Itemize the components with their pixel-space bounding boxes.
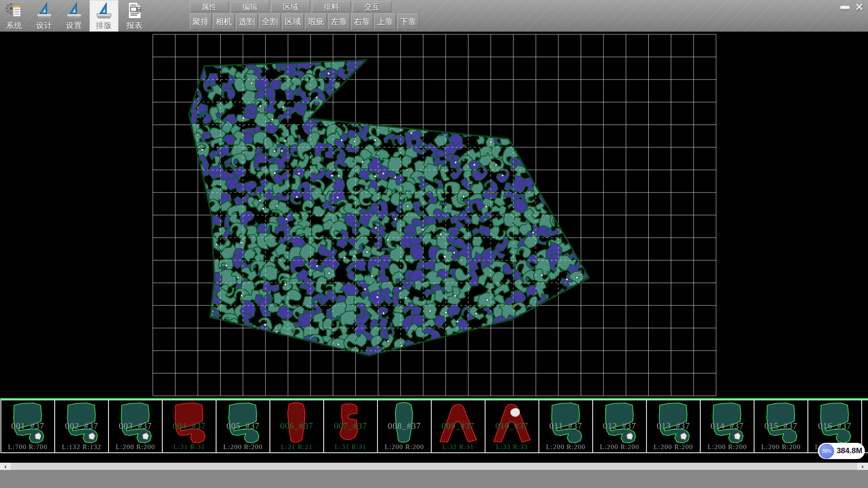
tool-button-label: 排版 — [90, 20, 118, 31]
action-button-区域[interactable]: 区域 — [282, 14, 304, 29]
part-thumbnail[interactable]: 006_#37L:21 R:21 — [270, 399, 324, 453]
piece-origin-marker — [182, 250, 185, 254]
menu-tab-属性[interactable]: 属性 — [190, 1, 229, 12]
part-name: 004_#37 — [163, 421, 216, 431]
part-thumbnail[interactable]: 010_#37L:33 R:33 — [486, 399, 539, 453]
report-document-icon — [125, 1, 144, 20]
scroll-right-button[interactable]: › — [857, 463, 868, 470]
piece-origin-marker — [574, 286, 578, 290]
part-lr-count: L:200 R:200 — [539, 443, 592, 451]
part-thumbnail[interactable]: 013_#37L:200 R:200 — [647, 399, 701, 453]
part-thumbnail[interactable]: 007_#37L:31 R:31 — [324, 399, 378, 453]
part-lr-count: L:200 R:200 — [593, 443, 646, 451]
part-name: 016_#37 — [808, 421, 861, 431]
part-thumbnail[interactable]: 005_#37L:200 R:200 — [217, 399, 270, 453]
action-button-下靠[interactable]: 下靠 — [397, 14, 419, 29]
part-thumbnail[interactable]: 014_#37L:200 R:200 — [701, 399, 755, 453]
piece-origin-marker — [476, 331, 480, 335]
main-canvas[interactable] — [0, 32, 868, 398]
piece-origin-marker — [385, 47, 388, 50]
system-gear-icon — [5, 1, 24, 20]
status-badge: 38% 384.8M — [818, 443, 865, 459]
menu-tab-区域[interactable]: 区域 — [271, 1, 310, 12]
piece-origin-marker — [488, 129, 492, 133]
tool-button-排版[interactable]: 排版 — [90, 0, 118, 32]
part-name: 003_#37 — [109, 421, 162, 431]
part-name: 002_#37 — [55, 421, 108, 431]
nesting-canvas[interactable] — [0, 32, 868, 398]
piece-origin-marker — [586, 164, 590, 168]
action-button-右靠[interactable]: 右靠 — [351, 14, 373, 29]
piece-origin-marker — [207, 284, 210, 287]
close-button[interactable]: ✕ — [853, 1, 866, 13]
parts-strip: 001_#37L:700 R:700002_#37L:132 R:132003_… — [0, 398, 868, 453]
piece-origin-marker — [224, 60, 228, 64]
part-thumbnail-list: 001_#37L:700 R:700002_#37L:132 R:132003_… — [0, 399, 868, 453]
piece-origin-marker — [557, 52, 561, 56]
horizontal-scrollbar[interactable]: ‹ › — [0, 463, 868, 470]
piece-origin-marker — [226, 343, 229, 346]
part-name: 015_#37 — [755, 421, 807, 431]
piece-origin-marker — [586, 136, 590, 141]
piece-origin-marker — [192, 195, 196, 199]
action-button-聚排[interactable]: 聚排 — [190, 14, 212, 29]
piece-origin-marker — [462, 107, 465, 110]
menu-tab-交互[interactable]: 交互 — [353, 1, 392, 12]
part-thumbnail[interactable]: 004_#37L:31 R:31 — [163, 399, 217, 453]
scroll-left-button[interactable]: ‹ — [0, 463, 11, 470]
piece-origin-marker — [393, 58, 396, 61]
app-window: 系统设计设置排版报表 属性编辑区域排料交互 聚排相机选割全割区域瑕疵左靠右靠上靠… — [0, 0, 868, 488]
tool-button-系统[interactable]: 系统 — [0, 0, 29, 32]
design-setsquare-icon — [35, 1, 54, 20]
tool-button-设计[interactable]: 设计 — [30, 0, 59, 32]
tool-button-报表[interactable]: 报表 — [120, 0, 149, 32]
part-lr-count: L:200 R:200 — [647, 443, 700, 451]
piece-origin-marker — [564, 351, 568, 355]
action-button-选割[interactable]: 选割 — [236, 14, 258, 29]
layout-setsquare-icon — [94, 1, 113, 20]
part-lr-count: L:32 R:31 — [432, 443, 485, 451]
piece-origin-marker — [518, 345, 521, 349]
part-name: 012_#37 — [593, 421, 646, 431]
part-thumbnail[interactable]: 002_#37L:132 R:132 — [55, 399, 109, 453]
action-button-上靠[interactable]: 上靠 — [374, 14, 396, 29]
part-lr-count: L:200 R:200 — [217, 443, 269, 451]
memory-value: 384.8M — [834, 446, 865, 455]
piece-origin-marker — [181, 114, 184, 117]
piece-origin-marker — [427, 357, 431, 361]
part-thumbnail[interactable]: 011_#37L:200 R:200 — [539, 399, 593, 453]
piece-origin-marker — [564, 129, 567, 132]
part-name: 013_#37 — [647, 421, 700, 431]
part-thumbnail[interactable]: 012_#37L:200 R:200 — [593, 399, 647, 453]
piece-origin-marker — [395, 93, 398, 96]
action-button-相机[interactable]: 相机 — [213, 14, 235, 29]
part-lr-count: L:200 R:200 — [378, 443, 431, 451]
piece-origin-marker — [204, 253, 208, 257]
part-lr-count: L:33 R:33 — [486, 443, 538, 451]
part-name: 014_#37 — [701, 421, 754, 431]
minimize-button[interactable] — [838, 1, 852, 13]
piece-origin-marker — [552, 136, 555, 140]
piece-origin-marker — [535, 75, 538, 78]
part-thumbnail[interactable]: 009_#37L:32 R:31 — [432, 399, 486, 453]
piece-origin-marker — [350, 116, 354, 120]
piece-origin-marker — [523, 113, 526, 117]
action-button-全割[interactable]: 全割 — [259, 14, 281, 29]
progress-circle: 38% — [819, 444, 834, 459]
part-name: 007_#37 — [324, 421, 377, 431]
piece-origin-marker — [419, 85, 423, 89]
part-thumbnail[interactable]: 0L: — [862, 399, 868, 453]
part-lr-count: L:700 R:700 — [1, 443, 54, 451]
part-thumbnail[interactable]: 003_#37L:200 R:200 — [109, 399, 163, 453]
tool-button-设置[interactable]: 设置 — [60, 0, 89, 32]
piece-origin-marker — [464, 113, 467, 117]
part-thumbnail[interactable]: 001_#37L:700 R:700 — [0, 399, 55, 453]
menu-tab-编辑[interactable]: 编辑 — [231, 1, 269, 12]
menu-tab-排料[interactable]: 排料 — [312, 1, 351, 12]
piece-origin-marker — [573, 206, 577, 211]
part-thumbnail[interactable]: 008_#37L:200 R:200 — [378, 399, 432, 453]
action-button-瑕疵[interactable]: 瑕疵 — [305, 14, 327, 29]
part-thumbnail[interactable]: 015_#37L:200 R:200 — [755, 399, 808, 453]
action-button-左靠[interactable]: 左靠 — [328, 14, 350, 29]
action-button-row: 聚排相机选割全割区域瑕疵左靠右靠上靠下靠 — [190, 14, 419, 29]
